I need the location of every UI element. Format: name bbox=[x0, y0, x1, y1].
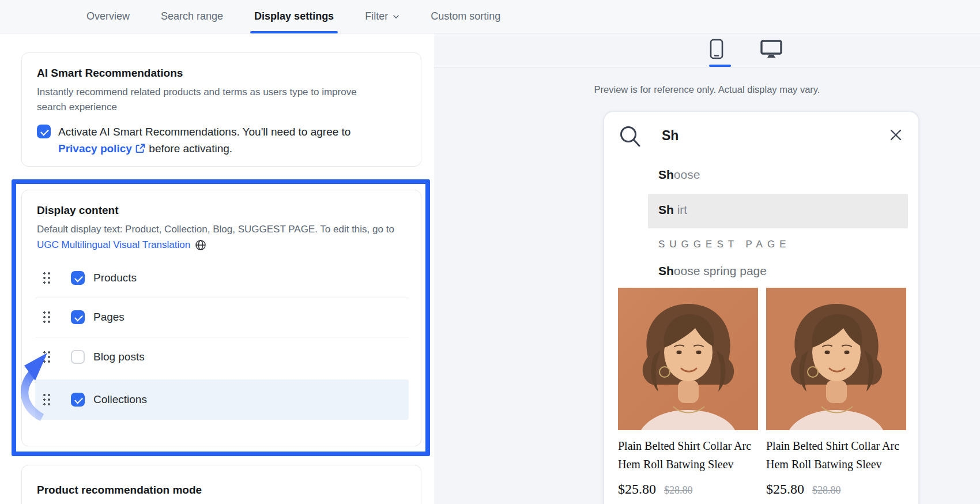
display-card-description: Default display text: Product, Collectio… bbox=[37, 222, 395, 237]
search-icon bbox=[618, 124, 642, 149]
tab-overview[interactable]: Overview bbox=[86, 0, 130, 33]
close-icon[interactable] bbox=[888, 127, 904, 143]
preview-panel: Preview is for reference only. Actual di… bbox=[434, 33, 980, 504]
ugc-translation-link[interactable]: UGC Multilingual Visual Translation bbox=[37, 239, 190, 251]
ugc-link-row: UGC Multilingual Visual Translation bbox=[37, 239, 406, 251]
activate-checkbox[interactable] bbox=[37, 125, 51, 138]
product-compare-price: $28.80 bbox=[812, 484, 841, 497]
display-items-list: Products Pages Blog posts Collections bbox=[35, 259, 409, 420]
suggestion-rest: oose bbox=[674, 168, 700, 181]
search-preview-card: Sh Shoose Sh irt SUGGEST PAGE Shoose spr… bbox=[603, 111, 919, 504]
activate-text-line: Activate AI Smart Recommendations. You'l… bbox=[58, 126, 350, 138]
tab-custom-sorting[interactable]: Custom sorting bbox=[431, 0, 500, 33]
product-title-line2: Hem Roll Batwing Sleev bbox=[766, 455, 906, 473]
product-compare-price: $28.80 bbox=[664, 484, 693, 497]
chevron-down-icon bbox=[393, 13, 399, 20]
product-recommendation-mode-card: Product recommendation mode bbox=[21, 465, 421, 504]
suggestion-item[interactable]: Shoose spring page bbox=[658, 264, 767, 278]
display-item-label: Collections bbox=[93, 393, 147, 406]
activate-row: Activate AI Smart Recommendations. You'l… bbox=[37, 123, 406, 157]
product-title-line1: Plain Belted Shirt Collar Arc bbox=[766, 437, 906, 455]
product-title-line1: Plain Belted Shirt Collar Arc bbox=[618, 437, 758, 455]
collections-checkbox[interactable] bbox=[71, 393, 85, 407]
product-card[interactable]: Plain Belted Shirt Collar Arc Hem Roll B… bbox=[766, 288, 906, 497]
suggestion-item[interactable]: Sh irt bbox=[658, 203, 687, 217]
display-item-label: Pages bbox=[93, 311, 125, 324]
tab-filter[interactable]: Filter bbox=[365, 0, 399, 33]
model-photo-illustration bbox=[766, 288, 906, 430]
suggestion-prefix: Sh bbox=[658, 168, 674, 181]
blog-posts-checkbox[interactable] bbox=[71, 350, 85, 364]
display-item-products: Products bbox=[35, 259, 409, 298]
drag-handle-icon[interactable] bbox=[42, 393, 51, 407]
mobile-preview-button[interactable] bbox=[705, 36, 728, 62]
tab-filter-label: Filter bbox=[365, 10, 388, 22]
desktop-icon bbox=[760, 39, 782, 59]
search-input[interactable]: Sh bbox=[662, 128, 679, 144]
display-item-pages: Pages bbox=[35, 298, 409, 337]
ai-card-title: AI Smart Recommendations bbox=[37, 67, 406, 80]
mobile-icon bbox=[710, 39, 723, 59]
suggestion-prefix: Sh bbox=[658, 264, 674, 277]
product-price: $25.80 bbox=[766, 482, 804, 497]
product-photo bbox=[766, 288, 906, 430]
suggestion-rest: irt bbox=[674, 203, 687, 216]
privacy-policy-link[interactable]: Privacy policy bbox=[58, 142, 132, 155]
display-content-card: Display content Default display text: Pr… bbox=[21, 190, 421, 446]
ai-smart-recommendations-card: AI Smart Recommendations Instantly recom… bbox=[21, 52, 421, 167]
product-price: $25.80 bbox=[618, 482, 656, 497]
desktop-preview-button[interactable] bbox=[760, 36, 783, 62]
product-card[interactable]: Plain Belted Shirt Collar Arc Hem Roll B… bbox=[618, 288, 758, 497]
suggestion-prefix: Sh bbox=[658, 203, 674, 216]
preview-note: Preview is for reference only. Actual di… bbox=[434, 84, 980, 95]
active-device-underline bbox=[709, 65, 731, 67]
products-checkbox[interactable] bbox=[71, 271, 85, 285]
display-item-label: Blog posts bbox=[93, 351, 145, 363]
preview-search-bar: Sh bbox=[604, 112, 918, 160]
ai-card-description: Instantly recommend related products and… bbox=[37, 85, 386, 114]
tab-search-range[interactable]: Search range bbox=[161, 0, 223, 33]
display-card-title: Display content bbox=[37, 204, 406, 217]
display-item-label: Products bbox=[93, 272, 137, 284]
drag-handle-icon[interactable] bbox=[42, 271, 51, 285]
display-item-blog-posts: Blog posts bbox=[35, 337, 409, 377]
suggestion-section-label: SUGGEST PAGE bbox=[658, 239, 791, 250]
drag-handle-icon[interactable] bbox=[42, 350, 51, 364]
model-photo-illustration bbox=[618, 288, 758, 430]
product-title-line2: Hem Roll Batwing Sleev bbox=[618, 455, 758, 473]
product-photo bbox=[618, 288, 758, 430]
suggestion-rest: oose spring page bbox=[674, 264, 767, 277]
drag-handle-icon[interactable] bbox=[42, 310, 51, 324]
tab-display-settings[interactable]: Display settings bbox=[254, 0, 334, 33]
globe-icon bbox=[195, 239, 206, 251]
settings-tab-bar: Overview Search range Display settings F… bbox=[0, 0, 980, 33]
suggestion-item[interactable]: Shoose bbox=[658, 168, 700, 182]
device-switch-bar bbox=[434, 33, 980, 67]
external-link-icon bbox=[135, 143, 146, 154]
display-item-collections: Collections bbox=[35, 379, 409, 420]
activate-text: Activate AI Smart Recommendations. You'l… bbox=[58, 123, 350, 157]
activate-text-suffix: before activating. bbox=[149, 142, 232, 155]
pages-checkbox[interactable] bbox=[71, 310, 85, 324]
app-root: Overview Search range Display settings F… bbox=[0, 0, 980, 504]
mode-card-title: Product recommendation mode bbox=[37, 484, 406, 497]
